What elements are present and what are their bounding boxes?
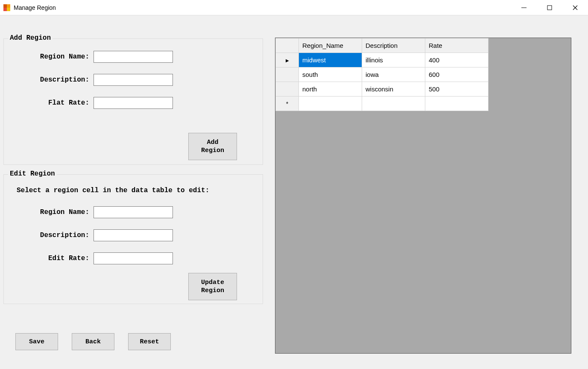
grid-header-description[interactable]: Description (362, 38, 425, 53)
edit-instruction: Select a region cell in the data table t… (17, 187, 254, 194)
save-button[interactable]: Save (15, 333, 58, 350)
grid-cell-rate[interactable]: 400 (425, 53, 489, 67)
titlebar: Manage Region (0, 0, 588, 15)
add-description-input[interactable] (94, 74, 173, 86)
add-flat-rate-label: Flat Rate: (12, 99, 94, 107)
grid-cell-name[interactable] (299, 97, 362, 111)
grid-header-region-name[interactable]: Region_Name (299, 38, 362, 53)
row-header-new[interactable] (276, 97, 299, 111)
row-header-cell[interactable] (276, 67, 299, 82)
add-description-label: Description: (12, 76, 94, 84)
edit-description-label: Description: (12, 231, 94, 239)
svg-rect-1 (547, 6, 552, 10)
data-grid-container: Region_Name Description Rate midwestilli… (275, 38, 571, 354)
table-new-row[interactable] (276, 97, 489, 111)
edit-rate-input[interactable] (94, 252, 173, 264)
add-region-name-label: Region Name: (12, 53, 94, 61)
grid-cell-rate[interactable]: 600 (425, 67, 489, 82)
add-region-name-input[interactable] (94, 51, 173, 63)
add-region-button[interactable]: Add Region (188, 133, 237, 160)
grid-cell-name[interactable]: midwest (299, 53, 362, 67)
edit-region-name-input[interactable] (94, 206, 173, 218)
row-header-cell[interactable] (276, 82, 299, 97)
reset-button[interactable]: Reset (128, 333, 171, 350)
update-region-button[interactable]: Update Region (188, 273, 237, 300)
close-button[interactable] (562, 0, 588, 15)
edit-region-title: Edit Region (8, 170, 57, 178)
back-button[interactable]: Back (72, 333, 114, 350)
maximize-button[interactable] (537, 0, 562, 15)
grid-cell-description[interactable] (362, 97, 425, 111)
add-flat-rate-input[interactable] (94, 97, 173, 109)
app-icon (3, 4, 10, 11)
region-data-grid[interactable]: Region_Name Description Rate midwestilli… (275, 38, 489, 111)
grid-cell-description[interactable]: iowa (362, 67, 425, 82)
table-row[interactable]: southiowa600 (276, 67, 489, 82)
row-header-cell[interactable] (276, 53, 299, 67)
grid-cell-rate[interactable]: 500 (425, 82, 489, 97)
table-row[interactable]: midwestillinois400 (276, 53, 489, 67)
edit-region-group: Edit Region Select a region cell in the … (3, 174, 263, 304)
grid-cell-rate[interactable] (425, 97, 489, 111)
grid-cell-name[interactable]: south (299, 67, 362, 82)
grid-cell-description[interactable]: wisconsin (362, 82, 425, 97)
window-title: Manage Region (14, 4, 511, 11)
grid-header-rate[interactable]: Rate (425, 38, 489, 53)
edit-rate-label: Edit Rate: (12, 255, 94, 262)
grid-corner-cell[interactable] (276, 38, 299, 53)
grid-cell-description[interactable]: illinois (362, 53, 425, 67)
edit-description-input[interactable] (94, 229, 173, 241)
minimize-button[interactable] (511, 0, 537, 15)
add-region-title: Add Region (8, 34, 53, 42)
add-region-group: Add Region Region Name: Description: Fla… (3, 38, 263, 165)
table-row[interactable]: northwisconsin500 (276, 82, 489, 97)
grid-cell-name[interactable]: north (299, 82, 362, 97)
edit-region-name-label: Region Name: (12, 208, 94, 216)
